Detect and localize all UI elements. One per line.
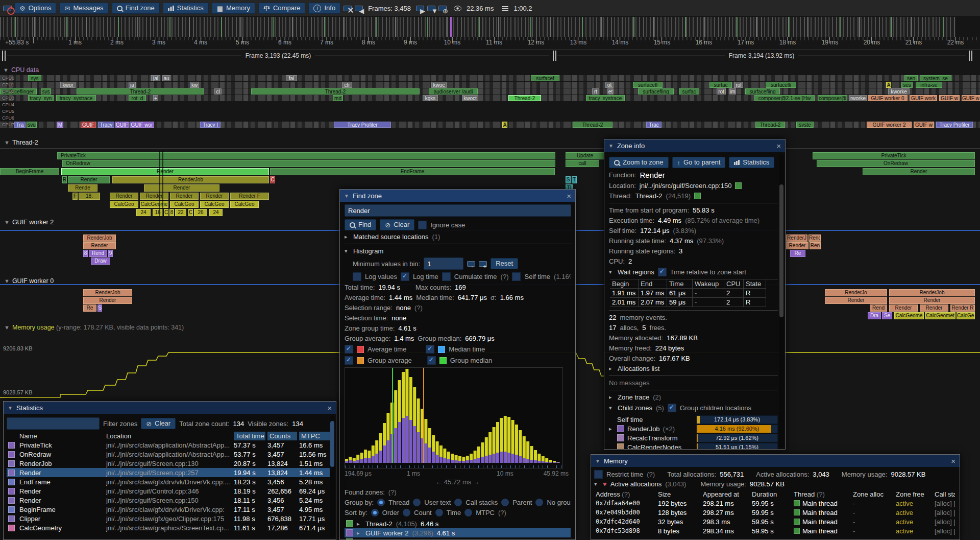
table-row[interactable]: EndFramejni/../jni/src/claw/gfx/drv/vk/D… [7,477,333,486]
timeline-zone[interactable]: Dra [868,312,881,319]
timeline-zone[interactable]: surfacefling [745,88,780,95]
timeline-zone[interactable]: CalcGeome [140,201,168,208]
thread2-header[interactable]: ▼Thread-2 [4,139,38,146]
timeline-zone[interactable]: rt [592,88,599,95]
timeline-zone[interactable]: Render [825,297,887,304]
column-header-mtpc[interactable]: MTPC [299,432,331,440]
table-row[interactable]: 0x7dfc42d64032 bytes298.3 ms59.95 s Main… [594,517,957,526]
timeline-zone[interactable]: audioserver /audi [429,88,478,95]
timeline-zone[interactable]: fai [286,75,297,81]
column-header-total-time[interactable]: Total time [234,432,265,440]
table-row[interactable]: CalcGeometryjni/../jni/src/claw/graphics… [7,523,333,532]
histogram-toggle[interactable]: ▾Histogram [345,247,571,255]
timeline-zone[interactable]: surfacefl [633,82,663,88]
focus-frame-button[interactable]: ⊕ [438,6,447,11]
timeline-zone[interactable]: CalcGeo [957,312,975,319]
timeline-zone[interactable]: GUIF work [910,95,937,101]
zone-info-titlebar[interactable]: ▼Zone info × [604,139,785,152]
timeline-zone[interactable]: Render [140,193,168,200]
column-header-name[interactable]: Name [19,432,104,440]
log-values-checkbox[interactable] [353,272,361,281]
find-zone-titlebar[interactable]: ▼Find zone × [340,190,575,202]
group-by-no-grouping-radio[interactable] [535,499,543,506]
timeline-zone[interactable]: kworke [888,88,910,95]
timeline-zone[interactable]: Tracy Profiler [334,122,391,128]
timeline-zone[interactable]: Render [786,242,808,249]
next-frame-button[interactable]: ▶ [416,6,424,11]
group-average-checkbox[interactable] [345,356,353,365]
timeline-zone[interactable]: Draw [91,257,110,265]
memory-titlebar[interactable]: ▼Memory × [591,455,960,467]
messages-button[interactable]: ✉Messages [59,3,108,14]
memory-button[interactable]: ▦Memory [212,3,255,14]
timeline-zone[interactable]: Render [170,193,199,200]
timeline-zone[interactable]: kgks [423,95,438,101]
collapse-icon[interactable]: ▼ [608,143,614,149]
table-row[interactable]: Renderjni/../jni/src/guif/Screen.cpp:150… [7,496,333,505]
timeline-zone[interactable]: 24 [136,209,151,216]
guif-worker-0-header[interactable]: ▼GUIF worker 0 [4,277,54,285]
close-icon[interactable]: × [327,404,332,412]
power-button[interactable] [3,6,11,11]
min-bin-input[interactable] [424,257,463,270]
timeline-zone[interactable]: Re [790,250,805,257]
timeline-zone[interactable]: CalcGeome [894,312,924,319]
timeline-zone[interactable]: RenderJob [112,176,269,183]
timeline-zone[interactable]: RenderJ [786,234,807,242]
cpu-data-header[interactable]: ▼CPU data [3,66,39,74]
timeline-zone[interactable]: cl [214,88,222,95]
histogram-plot[interactable] [345,367,563,468]
timeline-zone[interactable]: call [566,160,599,167]
timeline-zone[interactable]: composer@2.1-se (Hw [754,95,815,101]
close-icon[interactable]: × [567,192,571,200]
wait-regions-toggle[interactable]: ▾Wait regionsTime relative to zone start [609,268,778,276]
timeline-zone[interactable]: Thread-2 [755,122,785,128]
options-button[interactable]: ⚙Options [14,3,56,14]
timeline-zone[interactable]: CalcGeo [170,201,199,208]
timeline-zone[interactable]: Tra [14,122,26,128]
timeline-zone[interactable]: RenderJob [83,234,116,242]
location-value[interactable]: jni/../jni/src/guif/Screen.cpp:150 [640,182,732,190]
column-header-location[interactable]: Location [106,432,232,440]
memory-usage-header[interactable]: ▼Memory usage (y-range: 178.27 KB, visib… [4,324,184,331]
self-time-checkbox[interactable] [512,272,521,281]
timeline-zone[interactable]: S [566,176,571,183]
timeline-zone[interactable]: S [97,304,102,312]
found-group-row-selected[interactable]: ▸ GUIF worker 2(3,296)4.61 s [345,528,571,537]
timeline-zone[interactable]: surfacef [531,75,559,81]
group-by-call-stacks-radio[interactable] [454,499,462,506]
table-row[interactable]: 0x7e049b3d00128 bytes298.27 ms59.95 s Ma… [594,508,957,517]
timeline-zone[interactable]: GUIF w [939,95,960,101]
child-zone-row[interactable]: ▸RenderJob(×2) 4.16 ms (92.60%) [609,424,778,433]
timeline-zone[interactable]: kwoc [431,82,447,88]
timeline-zone[interactable]: Tracy [98,122,114,128]
active-allocations-toggle[interactable]: ▾ ♥ Active allocations(3,043) Memory usa… [594,480,957,488]
timeline-zone[interactable]: Render [863,168,975,175]
timeline-zone[interactable]: GUIF [81,122,96,128]
cpu-row[interactable] [0,75,980,81]
guif-worker-2-header[interactable]: ▼GUIF worker 2 [4,219,54,226]
timeline-zone[interactable]: Rend [808,234,821,242]
timeline-zone[interactable]: CalcGeomet [925,312,955,319]
timeline-zone[interactable]: 22 [175,209,186,216]
timeline-zone[interactable]: RenderJob [889,289,975,296]
scrollbar-thumb[interactable] [330,421,334,467]
timeline-zone[interactable]: ses [901,82,913,88]
timeline-zone[interactable]: Tracy Profiler [936,122,973,128]
timeline-zone[interactable]: Trac [646,122,662,128]
collapse-icon[interactable]: ▼ [595,458,600,464]
timeline-zone[interactable]: ot [605,82,614,88]
timeline-zone[interactable]: C [270,176,275,183]
statistics-titlebar[interactable]: ▼Statistics × [4,402,336,414]
timeline-zone[interactable]: et [607,88,614,95]
timeline-zone[interactable]: Tracy | [200,122,220,128]
timeline-zone[interactable]: RenderJob [83,289,132,296]
matched-locations-toggle[interactable]: ▸Matched source locations(1) [345,233,571,241]
timeline-zone[interactable]: Render [110,193,138,200]
timeline-zone[interactable]: ja [129,82,136,88]
timeline-zone[interactable]: 9 [108,250,113,257]
timeline-zone[interactable]: T [572,176,577,183]
filter-zones-input[interactable] [7,417,100,430]
timeline-zone[interactable]: surfacefli [766,82,796,88]
collapse-icon[interactable]: ▼ [8,405,13,411]
